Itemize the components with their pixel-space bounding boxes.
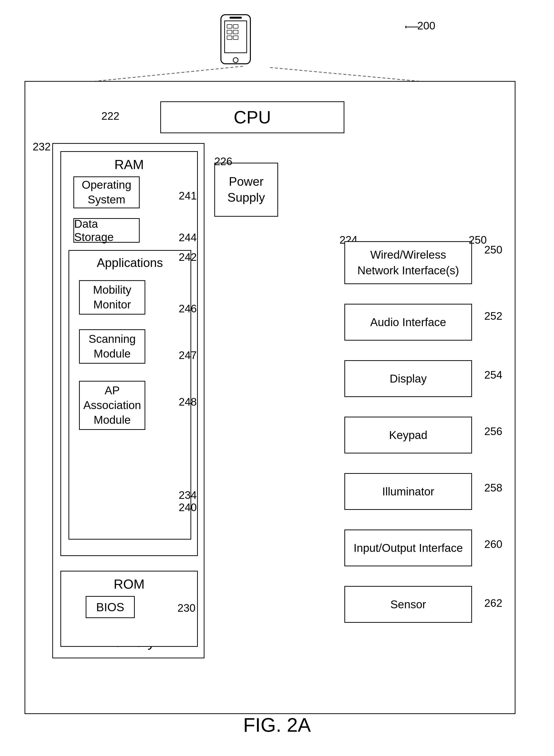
- figure-label: FIG. 2A: [243, 714, 311, 736]
- ref-248: 248: [179, 396, 197, 408]
- audio-interface-box: Audio Interface: [344, 304, 472, 341]
- outer-box: CPU 222 Power Supply 226 224 Memory RAM …: [24, 81, 515, 714]
- scanning-module-box: Scanning Module: [79, 329, 145, 364]
- illuminator-box: Illuminator: [344, 473, 472, 510]
- keypad-box: Keypad: [344, 417, 472, 454]
- ref-246: 246: [179, 302, 197, 315]
- ap-assoc-label: AP Association Module: [80, 383, 145, 427]
- power-supply-box: Power Supply: [214, 163, 278, 217]
- os-box: Operating System: [73, 176, 140, 208]
- rom-box: ROM BIOS: [60, 571, 198, 647]
- applications-label: Applications: [97, 256, 163, 270]
- ref-240: 240: [179, 501, 197, 514]
- diagram: 200 CPU 222 Power Supply 226 224 Memory …: [0, 0, 554, 756]
- bios-label: BIOS: [96, 600, 124, 614]
- ref-226: 226: [214, 155, 232, 168]
- bios-box: BIOS: [86, 596, 135, 618]
- data-storage-box: Data Storage: [73, 218, 140, 243]
- ref-256-label: 256: [484, 425, 502, 438]
- svg-rect-52: [227, 36, 232, 40]
- ref-244: 244: [179, 231, 197, 244]
- os-label: Operating System: [74, 178, 139, 207]
- sensor-label: Sensor: [390, 596, 426, 612]
- audio-interface-label: Audio Interface: [370, 314, 446, 330]
- keypad-label: Keypad: [389, 427, 427, 443]
- ram-box: RAM Operating System Data Storage Applic…: [60, 151, 198, 556]
- ref-230: 230: [177, 602, 196, 614]
- ref-241: 241: [179, 190, 197, 202]
- device-icon: [214, 12, 258, 72]
- ap-assoc-box: AP Association Module: [79, 381, 145, 430]
- svg-rect-53: [233, 36, 238, 40]
- applications-box: Applications Mobility Monitor Scanning M…: [68, 250, 191, 539]
- cpu-label: CPU: [234, 107, 271, 127]
- network-interface-label: Wired/Wireless Network Interface(s): [350, 247, 466, 279]
- ref-250: 250: [469, 234, 487, 246]
- ram-label: RAM: [114, 157, 144, 172]
- ref-242: 242: [179, 251, 197, 263]
- data-storage-label: Data Storage: [74, 217, 139, 244]
- mobility-monitor-label: Mobility Monitor: [80, 283, 145, 312]
- ref-262-label: 262: [484, 597, 502, 609]
- ref-247: 247: [179, 349, 197, 361]
- svg-rect-51: [233, 30, 238, 34]
- ref-222: 222: [101, 110, 119, 122]
- mobility-monitor-box: Mobility Monitor: [79, 280, 145, 314]
- svg-rect-48: [227, 24, 232, 28]
- svg-rect-50: [227, 30, 232, 34]
- cpu-box: CPU: [160, 101, 344, 133]
- ref-234: 234: [179, 489, 197, 501]
- display-box: Display: [344, 360, 472, 397]
- io-interface-label: Input/Output Interface: [354, 540, 463, 556]
- sensor-box: Sensor: [344, 586, 472, 623]
- ref-254-label: 254: [484, 369, 502, 381]
- ref-258-label: 258: [484, 482, 502, 494]
- power-supply-label: Power Supply: [215, 174, 277, 206]
- ref-252-label: 252: [484, 310, 502, 322]
- illuminator-label: Illuminator: [382, 484, 434, 499]
- rom-label: ROM: [114, 576, 145, 592]
- svg-rect-49: [233, 24, 238, 28]
- svg-rect-45: [225, 21, 247, 53]
- svg-point-47: [233, 58, 238, 63]
- svg-marker-55: [405, 25, 406, 29]
- svg-rect-46: [229, 17, 242, 19]
- display-label: Display: [390, 371, 427, 387]
- ref-200-arrow: [405, 23, 420, 31]
- ref-260-label: 260: [484, 538, 502, 550]
- svg-line-1: [270, 67, 430, 82]
- ref-200: 200: [417, 20, 435, 32]
- network-interface-box: Wired/Wireless Network Interface(s): [344, 241, 472, 284]
- io-interface-box: Input/Output Interface: [344, 529, 472, 566]
- scanning-module-label: Scanning Module: [80, 332, 145, 361]
- ref-250-label: 250: [484, 244, 502, 256]
- ref-232: 232: [33, 140, 51, 153]
